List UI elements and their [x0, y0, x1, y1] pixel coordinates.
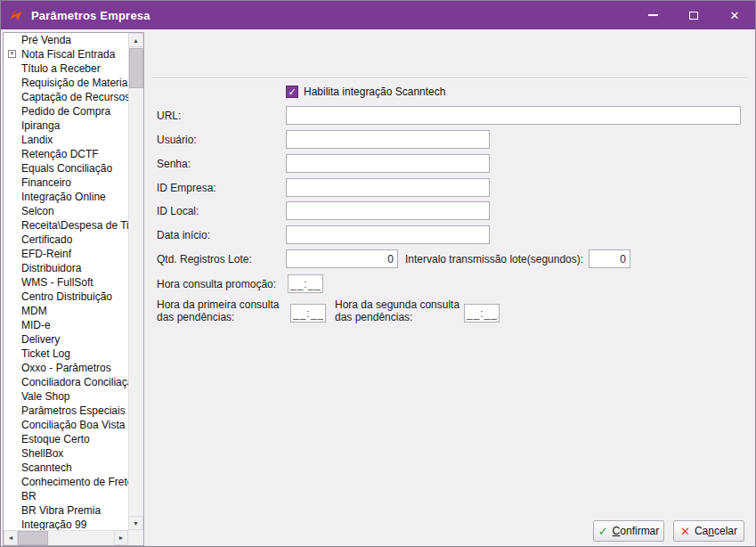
scroll-down-icon[interactable]: ▼	[128, 516, 143, 530]
vertical-scrollbar[interactable]: ▲ ▼	[128, 33, 143, 530]
vertical-scroll-thumb[interactable]	[129, 48, 143, 88]
sidebar-item[interactable]: Título a Receber	[4, 61, 128, 76]
sidebar-item[interactable]: Estoque Certo	[4, 432, 128, 446]
sidebar-item[interactable]: Parâmetros Especiais	[4, 404, 128, 418]
sidebar-item[interactable]: Ticket Log	[4, 347, 128, 361]
sidebar-item[interactable]: MDM	[4, 304, 128, 318]
sidebar: Pré Venda+Nota Fiscal EntradaTítulo a Re…	[3, 32, 144, 546]
sidebar-item[interactable]: Equals Conciliação	[4, 161, 128, 176]
sidebar-item-label: Parâmetros Especiais	[21, 404, 126, 417]
sidebar-item-label: Ipiranga	[21, 119, 60, 132]
sidebar-item[interactable]: BR Vibra Premia	[4, 503, 128, 518]
horizontal-scroll-thumb[interactable]	[18, 531, 48, 545]
sidebar-item[interactable]: Pedido de Compra	[4, 104, 128, 118]
sidebar-item[interactable]: Integração Online	[4, 190, 128, 204]
qtd-registros-input[interactable]	[286, 249, 398, 268]
id-empresa-input[interactable]	[286, 178, 490, 197]
intervalo-label: Intervalo transmissão lote(segundos):	[405, 253, 583, 265]
sidebar-item[interactable]: Vale Shop	[4, 389, 128, 404]
sidebar-item[interactable]: Oxxo - Parâmetros	[4, 361, 128, 375]
hora-promocao-input[interactable]	[288, 274, 323, 293]
scrollbar-corner	[128, 530, 143, 545]
sidebar-item[interactable]: Conhecimento de Frete	[4, 475, 128, 489]
sidebar-item[interactable]: BR	[4, 489, 128, 503]
sidebar-item[interactable]: Certificado	[4, 233, 128, 247]
sidebar-item-label: Estoque Certo	[21, 433, 90, 445]
sidebar-item-label: Pedido de Compra	[21, 105, 110, 118]
close-button[interactable]: ✕	[714, 1, 755, 29]
senha-input[interactable]	[286, 154, 490, 173]
url-input[interactable]	[286, 106, 741, 125]
sidebar-item[interactable]: Financeiro	[4, 176, 128, 190]
intervalo-input[interactable]	[589, 249, 630, 268]
sidebar-item[interactable]: Integração 99	[4, 518, 128, 530]
cancel-x-icon: ✕	[680, 526, 690, 537]
titlebar: Parâmetros Empresa ✕	[1, 1, 755, 29]
sidebar-item[interactable]: Selcon	[4, 204, 128, 218]
sidebar-item-label: Receita\Despesa de Titul	[21, 219, 128, 232]
sidebar-item-label: Integração Online	[21, 191, 106, 203]
hora-primeira-input[interactable]	[290, 304, 326, 322]
sidebar-item[interactable]: WMS - FullSoft	[4, 275, 128, 290]
data-inicio-input[interactable]	[286, 225, 490, 244]
confirm-button[interactable]: ✓ Confirmar	[593, 520, 664, 542]
data-inicio-label: Data início:	[157, 229, 210, 241]
sidebar-item[interactable]: Ipiranga	[4, 118, 128, 133]
app-icon	[8, 7, 24, 23]
hora-segunda-label: Hora da segunda consultadas pendências:	[335, 298, 459, 323]
horizontal-scrollbar[interactable]: ◄ ►	[4, 530, 128, 545]
window-title: Parâmetros Empresa	[31, 9, 150, 22]
sidebar-item[interactable]: Delivery	[4, 332, 128, 347]
id-local-input[interactable]	[286, 201, 490, 220]
scroll-right-icon[interactable]: ►	[114, 530, 128, 545]
sidebar-item-label: Vale Shop	[21, 390, 70, 403]
sidebar-item[interactable]: EFD-Reinf	[4, 247, 128, 261]
sidebar-item-label: BR	[21, 490, 37, 502]
hora-segunda-input[interactable]	[464, 304, 500, 322]
sidebar-item-label: MID-e	[21, 319, 51, 331]
sidebar-item-label: Conhecimento de Frete	[21, 476, 128, 488]
sidebar-item[interactable]: Captação de Recursos	[4, 90, 128, 104]
sidebar-item-label: Financeiro	[21, 176, 71, 189]
cancel-button[interactable]: ✕ Cancelar	[673, 520, 744, 542]
sidebar-item[interactable]: Landix	[4, 133, 128, 147]
id-empresa-label: ID Empresa:	[157, 182, 216, 194]
maximize-button[interactable]	[673, 1, 714, 29]
checkbox-checked-icon: ✓	[286, 86, 298, 98]
scroll-left-icon[interactable]: ◄	[4, 530, 18, 545]
sidebar-item[interactable]: Pré Venda	[4, 33, 128, 47]
minimize-button[interactable]	[632, 1, 673, 29]
expand-plus-icon[interactable]: +	[8, 50, 16, 58]
sidebar-item[interactable]: ShellBox	[4, 446, 128, 461]
sidebar-item-label: Integração 99	[21, 518, 86, 530]
sidebar-item-label: Captação de Recursos	[21, 91, 128, 103]
close-icon: ✕	[730, 10, 740, 21]
sidebar-item[interactable]: +Nota Fiscal Entrada	[4, 47, 128, 61]
sidebar-item[interactable]: Centro Distribuição	[4, 290, 128, 304]
id-local-label: ID Local:	[157, 205, 199, 217]
sidebar-item-label: Landix	[21, 134, 53, 146]
section-divider	[152, 78, 749, 79]
sidebar-item-label: Delivery	[21, 333, 60, 346]
sidebar-item-label: Certificado	[21, 233, 72, 246]
sidebar-item-label: Requisição de Materiais	[21, 77, 128, 89]
sidebar-item[interactable]: Conciliadora Conciliação	[4, 375, 128, 389]
scroll-up-icon[interactable]: ▲	[128, 33, 143, 47]
sidebar-item[interactable]: Conciliação Boa Vista	[4, 418, 128, 432]
sidebar-item-label: Conciliadora Conciliação	[21, 376, 128, 388]
sidebar-item[interactable]: MID-e	[4, 318, 128, 332]
cancel-button-label: Cancelar	[695, 525, 737, 537]
hora-primeira-label: Hora da primeira consultadas pendências:	[157, 298, 279, 323]
sidebar-item-label: Selcon	[21, 205, 54, 217]
minimize-icon	[648, 14, 658, 16]
sidebar-item-label: Retenção DCTF	[21, 148, 99, 160]
sidebar-item[interactable]: Requisição de Materiais	[4, 76, 128, 90]
sidebar-item[interactable]: Distribuidora	[4, 261, 128, 275]
confirm-button-label: Confirmar	[613, 525, 660, 537]
sidebar-item[interactable]: Receita\Despesa de Titul	[4, 218, 128, 233]
sidebar-item[interactable]: Retenção DCTF	[4, 147, 128, 161]
enable-integration-checkbox[interactable]: ✓ Habilita integração Scanntech	[286, 86, 445, 98]
sidebar-item[interactable]: Scanntech	[4, 461, 128, 475]
usuario-input[interactable]	[286, 130, 490, 149]
sidebar-item-label: MDM	[21, 305, 47, 317]
